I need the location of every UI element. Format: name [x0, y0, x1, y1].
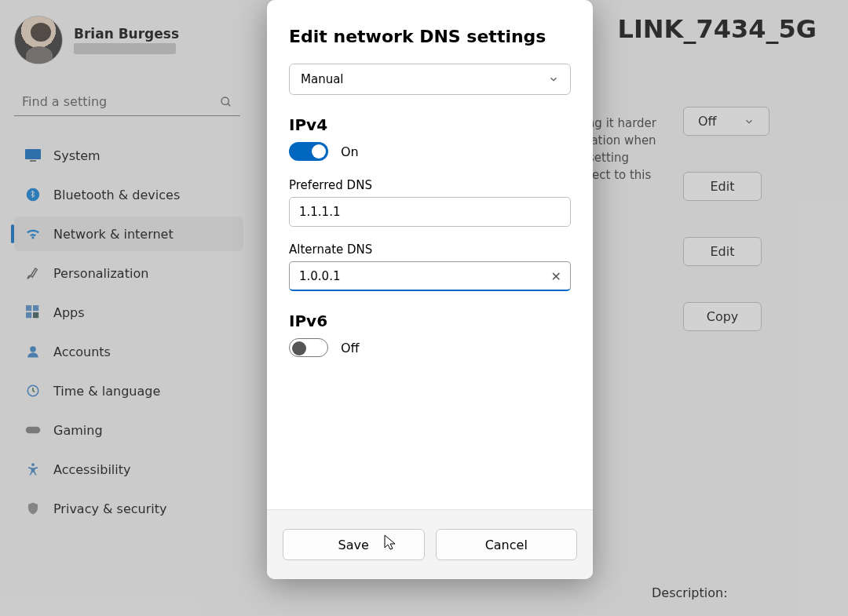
svg-point-0 [221, 97, 228, 104]
svg-rect-11 [26, 427, 40, 433]
user-name: Brian Burgess [74, 26, 179, 42]
search-icon [220, 96, 232, 108]
network-profile-off-dropdown[interactable]: Off [683, 107, 769, 136]
sidebar-item-gaming[interactable]: Gaming [14, 413, 243, 447]
shield-icon [25, 501, 41, 516]
chevron-down-icon [744, 116, 755, 127]
edit-dns-modal: Edit network DNS settings Manual IPv4 On… [267, 0, 593, 579]
preferred-dns-input[interactable] [289, 197, 571, 227]
ipv6-toggle[interactable] [289, 338, 328, 357]
ip-edit-button[interactable]: Edit [683, 237, 762, 266]
person-icon [25, 344, 41, 359]
search-placeholder: Find a setting [22, 94, 107, 109]
profile-block[interactable]: Brian Burgess [14, 16, 243, 64]
copy-button[interactable]: Copy [683, 302, 762, 331]
svg-rect-7 [26, 312, 31, 318]
sidebar-item-label: Apps [53, 305, 85, 320]
sidebar-item-apps[interactable]: Apps [14, 295, 243, 330]
sidebar-item-privacy[interactable]: Privacy & security [14, 491, 243, 526]
sidebar-item-label: Gaming [53, 423, 103, 438]
brush-icon [25, 265, 41, 281]
wifi-icon [25, 226, 41, 242]
ipv6-heading: IPv6 [289, 312, 571, 330]
preferred-dns-label: Preferred DNS [289, 178, 571, 192]
ipv4-toggle[interactable] [289, 142, 328, 161]
user-email-redacted [74, 43, 176, 54]
dns-mode-select[interactable]: Manual [289, 64, 571, 95]
save-button[interactable]: Save [283, 529, 425, 560]
svg-rect-2 [25, 149, 41, 159]
bluetooth-icon [25, 187, 41, 202]
sidebar-item-accessibility[interactable]: Accessibility [14, 452, 243, 487]
sidebar-item-label: Time & language [53, 384, 160, 399]
dns-edit-button[interactable]: Edit [683, 172, 762, 201]
svg-rect-8 [33, 312, 38, 318]
off-label: Off [698, 114, 717, 129]
svg-point-9 [30, 346, 36, 352]
page-title-network: LINK_7434_5G [618, 14, 817, 44]
ipv4-heading: IPv4 [289, 115, 571, 134]
svg-point-12 [31, 463, 35, 466]
sidebar-item-bluetooth[interactable]: Bluetooth & devices [14, 177, 243, 212]
edit-label: Edit [711, 179, 735, 194]
sidebar-item-label: Personalization [53, 266, 148, 281]
sidebar-item-label: System [53, 148, 101, 163]
sidebar-item-label: Privacy & security [53, 501, 166, 516]
sidebar-item-time-language[interactable]: Time & language [14, 374, 243, 408]
svg-line-1 [228, 104, 230, 106]
sidebar: Brian Burgess Find a setting System Blue… [0, 0, 251, 616]
avatar [14, 16, 63, 64]
cancel-button[interactable]: Cancel [436, 529, 578, 560]
sidebar-item-accounts[interactable]: Accounts [14, 334, 243, 369]
sidebar-item-label: Accounts [53, 344, 111, 359]
svg-rect-6 [33, 305, 38, 311]
svg-rect-5 [26, 305, 31, 311]
system-icon [25, 148, 41, 163]
sidebar-item-personalization[interactable]: Personalization [14, 256, 243, 290]
ipv4-toggle-state: On [341, 144, 359, 159]
alternate-dns-input[interactable] [289, 261, 571, 291]
sidebar-item-label: Accessibility [53, 462, 130, 477]
clear-input-icon[interactable]: ✕ [551, 269, 561, 284]
accessibility-icon [25, 461, 41, 477]
modal-title: Edit network DNS settings [289, 27, 571, 46]
chevron-down-icon [548, 74, 559, 85]
alternate-dns-label: Alternate DNS [289, 242, 571, 257]
apps-icon [25, 304, 41, 320]
edit-label: Edit [711, 244, 735, 259]
search-input[interactable]: Find a setting [14, 88, 240, 116]
sidebar-item-label: Network & internet [53, 227, 174, 242]
svg-rect-3 [30, 160, 36, 162]
gaming-icon [25, 422, 41, 438]
dns-mode-value: Manual [301, 72, 344, 86]
sidebar-item-system[interactable]: System [14, 138, 243, 173]
sidebar-item-network[interactable]: Network & internet [14, 217, 243, 251]
ipv6-toggle-state: Off [341, 341, 360, 355]
description-label: Description: [652, 585, 728, 600]
clock-icon [25, 383, 41, 399]
sidebar-item-label: Bluetooth & devices [53, 188, 180, 202]
copy-label: Copy [707, 309, 739, 324]
